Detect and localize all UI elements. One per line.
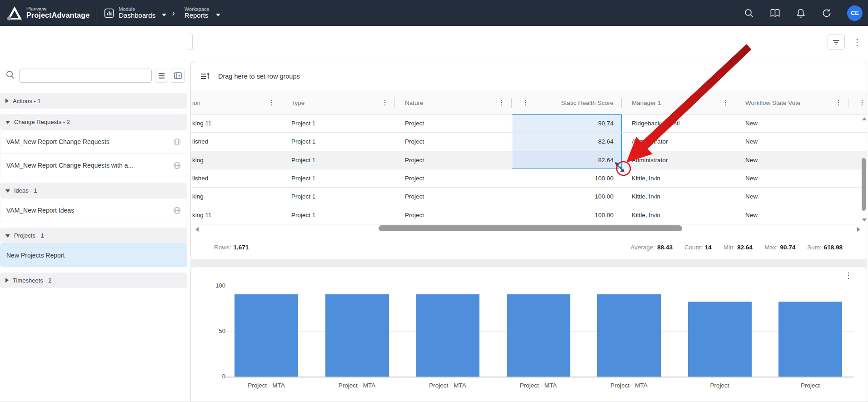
table-cell[interactable]: New bbox=[735, 114, 848, 132]
column-menu-icon[interactable]: ⋮ bbox=[835, 99, 842, 106]
table-cell[interactable]: king 11 bbox=[191, 114, 281, 132]
chart-gridline bbox=[225, 286, 854, 286]
help-book-icon[interactable] bbox=[769, 8, 780, 19]
table-cell[interactable]: lished bbox=[191, 169, 281, 187]
horizontal-scrollbar[interactable] bbox=[191, 224, 867, 235]
table-row[interactable]: kingProject 1Project100.00Kittle, IrvinN… bbox=[191, 188, 867, 206]
table-cell[interactable]: 100.00 bbox=[512, 206, 622, 224]
table-row[interactable]: king 11Project 1Project100.00Kittle, Irv… bbox=[191, 206, 867, 224]
table-cell[interactable]: Project 1 bbox=[281, 188, 395, 205]
table-row[interactable]: kingProject 1Project82.64AdministratorNe… bbox=[191, 151, 867, 169]
horizontal-scrollbar-thumb[interactable] bbox=[379, 225, 682, 231]
sidebar-item[interactable]: New Projects Report bbox=[0, 243, 187, 267]
table-cell[interactable]: king bbox=[191, 188, 281, 205]
table-cell[interactable]: 100.00 bbox=[512, 169, 622, 187]
table-cell[interactable]: 82.64 bbox=[512, 151, 622, 169]
search-icon[interactable] bbox=[743, 8, 754, 19]
table-cell[interactable]: Kittle, Irvin bbox=[622, 206, 735, 224]
table-cell[interactable]: 100.00 bbox=[512, 188, 622, 205]
column-header-type[interactable]: Type⋮ bbox=[281, 91, 395, 114]
sidebar-item[interactable]: VAM_New Report Change Requests bbox=[0, 129, 187, 154]
sidebar-item[interactable]: VAM_New Report Change Requests with a... bbox=[0, 153, 187, 177]
chart-menu-icon[interactable]: ⋮ bbox=[843, 271, 853, 283]
table-cell[interactable]: 82.64 bbox=[512, 133, 622, 150]
report-list-sidebar: Actions - 1Change Requests - 2VAM_New Re… bbox=[0, 26, 187, 402]
table-cell[interactable]: king bbox=[191, 151, 281, 169]
filter-button[interactable] bbox=[828, 35, 845, 50]
table-cell[interactable]: Project 1 bbox=[281, 114, 395, 132]
table-cell[interactable]: New bbox=[735, 133, 848, 150]
table-cell[interactable]: Administrator bbox=[622, 151, 735, 169]
table-cell[interactable]: Administrator bbox=[622, 133, 735, 150]
table-cell[interactable]: Ridgeback, Ernstl bbox=[622, 114, 735, 132]
chart-bar bbox=[234, 294, 298, 377]
column-menu-icon[interactable]: ⋮ bbox=[381, 99, 389, 106]
sidebar-item-label: VAM_New Report Ideas bbox=[6, 207, 74, 214]
table-cell[interactable]: Project 1 bbox=[281, 169, 395, 187]
table-cell[interactable]: Project bbox=[395, 133, 512, 150]
sidebar-section-header[interactable]: Actions - 1 bbox=[0, 93, 187, 109]
sidebar-item[interactable]: VAM_New Report Ideas bbox=[0, 198, 187, 222]
table-cell[interactable]: New bbox=[735, 151, 848, 169]
table-cell[interactable]: Project 1 bbox=[281, 206, 395, 224]
user-avatar[interactable]: CE bbox=[847, 5, 863, 21]
table-cell[interactable]: Project bbox=[395, 188, 512, 205]
x-axis-category-label: Project bbox=[679, 382, 761, 389]
planview-logo[interactable]: Planview. ProjectAdvantage bbox=[6, 5, 90, 21]
sidebar-section-header[interactable]: Change Requests - 2 bbox=[0, 114, 187, 129]
sidebar-section-header[interactable]: Timesheets - 2 bbox=[0, 273, 187, 288]
table-cell[interactable]: 90.74 bbox=[512, 114, 622, 132]
collapse-panel-button[interactable] bbox=[171, 69, 185, 83]
table-cell[interactable]: Project 1 bbox=[281, 133, 395, 150]
table-cell[interactable]: Kittle, Irvin bbox=[622, 188, 735, 205]
scroll-up-arrow-icon[interactable] bbox=[862, 117, 867, 120]
nav-workspace-reports[interactable]: Workspace Reports bbox=[180, 6, 220, 20]
app-window: Planview. ProjectAdvantage Module Dashbo… bbox=[0, 0, 868, 402]
table-row[interactable]: king 11Project 1Project90.74Ridgeback, E… bbox=[191, 114, 867, 133]
table-row[interactable]: lishedProject 1Project82.64Administrator… bbox=[191, 133, 867, 151]
report-search-input[interactable] bbox=[19, 69, 152, 83]
sidebar-section-header[interactable]: Ideas - 1 bbox=[0, 183, 187, 198]
scroll-left-arrow-icon[interactable] bbox=[195, 227, 199, 232]
column-menu-icon[interactable]: ⋮ bbox=[522, 99, 529, 106]
scroll-down-arrow-icon[interactable] bbox=[862, 218, 867, 222]
table-row[interactable]: lishedProject 1Project100.00Kittle, Irvi… bbox=[191, 169, 867, 188]
column-header-workflow-state-vote[interactable]: Workflow State Vote⋮ bbox=[735, 91, 848, 114]
column-menu-icon[interactable]: ⋮ bbox=[858, 99, 866, 106]
column-header-ion[interactable]: ion⋮ bbox=[191, 91, 281, 114]
column-menu-icon[interactable]: ⋮ bbox=[722, 99, 729, 106]
table-cell[interactable]: Project bbox=[395, 169, 512, 187]
sidebar-section-header[interactable]: Projects - 1 bbox=[0, 228, 187, 243]
vertical-scrollbar[interactable] bbox=[860, 114, 867, 224]
column-header-extra[interactable]: ⋮ bbox=[848, 91, 867, 114]
column-menu-icon[interactable]: ⋮ bbox=[268, 99, 275, 106]
table-cell[interactable]: Project 1 bbox=[281, 151, 395, 169]
vertical-scrollbar-thumb[interactable] bbox=[862, 158, 866, 211]
column-menu-icon[interactable]: ⋮ bbox=[498, 99, 505, 106]
scroll-right-arrow-icon[interactable] bbox=[857, 227, 860, 232]
rows-count: Rows:1,671 bbox=[214, 244, 249, 251]
table-cell[interactable]: New bbox=[735, 188, 848, 205]
table-cell[interactable]: lished bbox=[191, 133, 281, 150]
toolbar-more-menu-icon[interactable]: ⋮ bbox=[853, 35, 862, 50]
table-cell[interactable]: Project bbox=[395, 206, 512, 224]
table-cell[interactable]: king 11 bbox=[191, 206, 281, 224]
column-header-static-health-score[interactable]: ⋮Static Health Score bbox=[512, 91, 622, 114]
chart-bar bbox=[325, 294, 389, 377]
chevron-down-icon[interactable] bbox=[216, 14, 220, 16]
nav-module-dashboards[interactable]: Module Dashboards bbox=[104, 6, 166, 20]
column-header-nature[interactable]: Nature⋮ bbox=[395, 91, 512, 114]
table-cell[interactable]: Kittle, Irvin bbox=[622, 169, 735, 187]
aggregate-value: 88.43 bbox=[657, 244, 673, 251]
list-options-button[interactable] bbox=[155, 69, 168, 83]
chevron-down-icon[interactable] bbox=[162, 14, 166, 16]
table-cell[interactable]: New bbox=[735, 169, 848, 187]
refresh-icon[interactable] bbox=[821, 8, 832, 19]
notifications-bell-icon[interactable] bbox=[795, 8, 806, 19]
row-group-drop-zone[interactable]: Drag here to set row groups bbox=[191, 61, 867, 91]
column-header-manager-1[interactable]: Manager 1⋮ bbox=[622, 91, 735, 114]
table-cell[interactable]: Project bbox=[395, 114, 512, 132]
table-cell[interactable]: New bbox=[735, 206, 848, 224]
table-cell[interactable]: Project bbox=[395, 151, 512, 169]
x-axis-category-label: Project - MTA bbox=[225, 382, 307, 389]
